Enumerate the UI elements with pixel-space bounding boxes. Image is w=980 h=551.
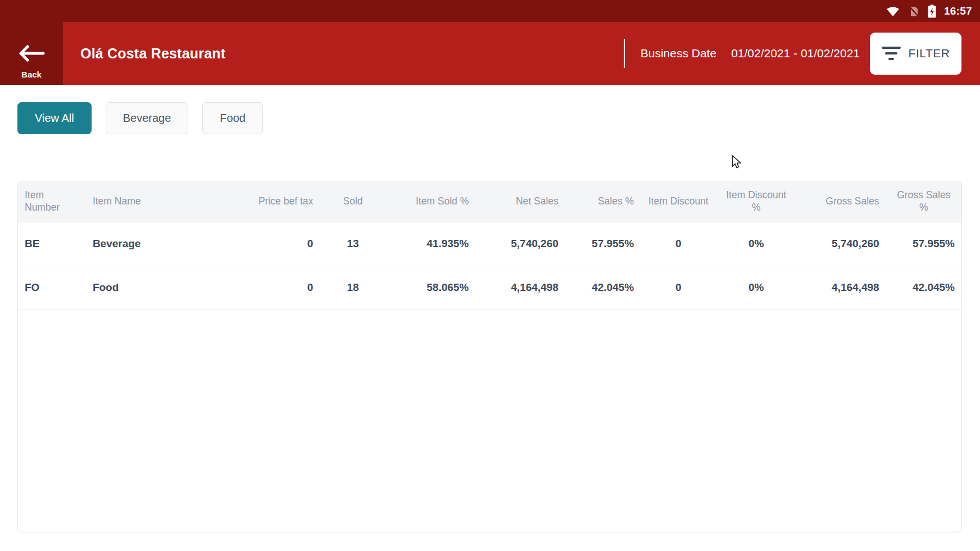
cell-item-discount-pct: 0% <box>716 266 796 309</box>
mouse-cursor <box>732 155 742 172</box>
back-label: Back <box>21 70 42 79</box>
cell-item-number: BE <box>18 222 86 266</box>
status-bar: 16:57 <box>0 0 980 22</box>
filter-icon <box>882 47 901 60</box>
page-title: Olá Costa Restaurant <box>80 45 225 62</box>
business-date-label: Business Date <box>641 47 716 60</box>
header-divider <box>624 39 625 68</box>
business-date-value[interactable]: 01/02/2021 - 01/02/2021 <box>731 47 860 60</box>
cell-item-name: Food <box>86 266 211 309</box>
cell-price-bef-tax: 0 <box>211 266 320 309</box>
table-header-row: Item Number Item Name Price bef tax Sold… <box>18 181 961 222</box>
cell-net-sales: 4,164,498 <box>475 266 565 309</box>
col-item-discount: Item Discount <box>641 181 716 222</box>
cell-price-bef-tax: 0 <box>211 222 320 266</box>
item-sales-table: Item Number Item Name Price bef tax Sold… <box>17 181 962 532</box>
col-item-number: Item Number <box>18 181 86 222</box>
cell-item-name: Beverage <box>86 222 211 266</box>
status-time: 16:57 <box>944 5 972 17</box>
col-gross-sales-pct: Gross Sales % <box>886 181 961 222</box>
col-net-sales: Net Sales <box>475 181 565 222</box>
back-arrow-icon <box>18 45 45 64</box>
cell-gross-sales-pct: 57.955% <box>886 222 961 266</box>
col-price-bef-tax: Price bef tax <box>211 181 320 222</box>
col-gross-sales: Gross Sales <box>796 181 886 222</box>
table-row[interactable]: FO Food 0 18 58.065% 4,164,498 42.045% 0… <box>18 266 961 309</box>
cell-item-discount: 0 <box>641 222 716 266</box>
filter-button-label: FILTER <box>909 47 950 60</box>
cell-gross-sales: 4,164,498 <box>796 266 886 309</box>
cell-sales-pct: 57.955% <box>565 222 641 266</box>
chip-food[interactable]: Food <box>202 102 263 134</box>
cell-item-sold-pct: 41.935% <box>386 222 476 266</box>
cell-sold: 18 <box>320 266 386 309</box>
battery-charging-icon <box>928 4 936 18</box>
cell-sales-pct: 42.045% <box>565 266 641 309</box>
no-sim-icon <box>908 5 920 17</box>
cell-gross-sales-pct: 42.045% <box>886 266 961 309</box>
col-item-discount-pct: Item Discount % <box>716 181 796 222</box>
cell-item-discount: 0 <box>641 266 716 309</box>
filter-button[interactable]: FILTER <box>870 33 961 75</box>
app-header: Olá Costa Restaurant Business Date 01/02… <box>63 22 980 85</box>
cell-sold: 13 <box>320 222 386 266</box>
col-item-name: Item Name <box>86 181 211 222</box>
col-item-sold-pct: Item Sold % <box>386 181 476 222</box>
category-filter-group: View All Beverage Food <box>17 102 263 134</box>
col-sold: Sold <box>320 181 386 222</box>
wifi-icon <box>886 6 900 17</box>
cell-item-discount-pct: 0% <box>716 222 796 266</box>
col-sales-pct: Sales % <box>565 181 641 222</box>
cell-net-sales: 5,740,260 <box>475 222 565 266</box>
cell-item-number: FO <box>18 266 86 309</box>
table-row[interactable]: BE Beverage 0 13 41.935% 5,740,260 57.95… <box>18 222 961 266</box>
chip-beverage[interactable]: Beverage <box>106 102 189 134</box>
cell-gross-sales: 5,740,260 <box>796 222 886 266</box>
chip-view-all[interactable]: View All <box>17 102 92 134</box>
cell-item-sold-pct: 58.065% <box>386 266 476 309</box>
